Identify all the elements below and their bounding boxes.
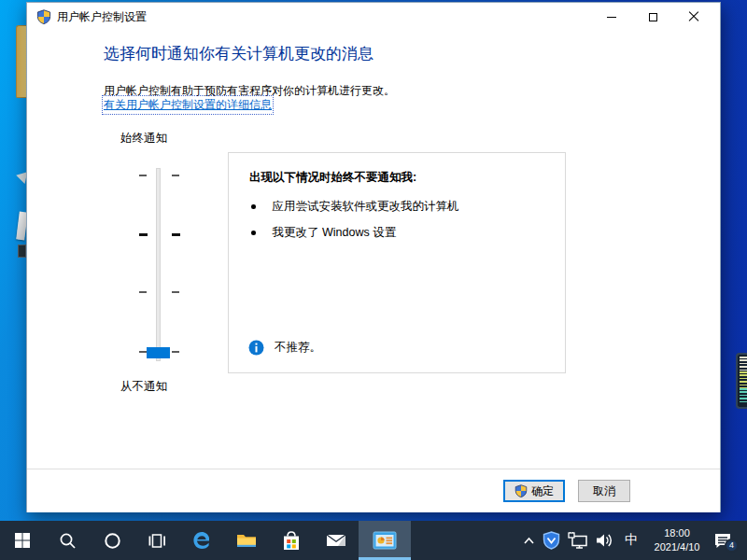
slider-tick [139,291,147,293]
edge-icon [191,530,212,551]
bullet-text: 我更改了 Windows 设置 [273,225,397,241]
search-icon [59,532,77,550]
slider-tick [139,233,148,236]
show-hidden-icons-button[interactable] [523,536,535,546]
cancel-label: 取消 [593,483,615,499]
start-button[interactable] [0,521,45,560]
slider-tick [172,175,179,176]
footer: 确定 取消 [27,469,720,512]
task-view-icon [148,532,166,550]
gadget-stripes [740,371,747,388]
uac-details-link[interactable]: 有关用户帐户控制设置的详细信息 [104,97,272,113]
tray-date: 2021/4/10 [648,540,706,554]
recommendation-note: 不推荐。 [248,340,321,356]
cortana-button[interactable] [90,521,134,560]
slider-top-label: 始终通知 [120,131,167,147]
cortana-icon [104,532,121,550]
panel-bullet-item: 应用尝试安装软件或更改我的计算机 [251,199,459,215]
security-shield-icon [543,531,560,550]
desktop: 用户帐户控制设置 选择何时通知你有关计算机更改的消息 用户帐户控制有助于预防有害… [0,0,747,560]
gadget-stripes [740,388,747,403]
slider-tick [172,351,179,353]
control-panel-window-icon [373,531,397,550]
panel-bullet-item: 我更改了 Windows 设置 [251,225,396,241]
cancel-button[interactable]: 取消 [578,480,630,502]
ok-button[interactable]: 确定 [503,480,565,502]
chevron-up-icon [523,536,535,546]
search-button[interactable] [45,521,90,560]
edge-button[interactable] [179,521,224,560]
system-tray: 中 18:00 2021/4/10 4 [523,521,747,560]
desktop-icon-partial-3[interactable] [18,245,26,258]
minimize-button[interactable] [591,3,632,31]
info-icon [248,340,264,356]
mail-button[interactable] [314,521,359,560]
uac-shield-icon [514,484,528,497]
slider-tick [139,351,147,353]
volume-tray-button[interactable] [596,532,614,549]
ime-indicator[interactable]: 中 [622,532,641,549]
hardware-monitor-gadget[interactable] [736,353,747,409]
uac-level-slider-track[interactable] [156,168,161,361]
uac-level-slider-thumb[interactable] [147,347,170,358]
volume-icon [596,532,614,549]
bullet-icon [251,231,256,235]
task-view-button[interactable] [134,521,179,560]
bullet-text: 应用尝试安装软件或更改我的计算机 [273,199,459,215]
notification-detail-panel: 出现以下情况时始终不要通知我: 应用尝试安装软件或更改我的计算机 我更改了 Wi… [228,152,566,373]
gadget-stripes [740,357,747,371]
ok-label: 确定 [531,483,554,499]
uac-shield-icon [36,9,51,27]
security-tray-button[interactable] [543,531,560,550]
tray-time: 18:00 [648,526,706,540]
note-text: 不推荐。 [275,340,321,356]
window-title: 用户帐户控制设置 [57,3,147,31]
maximize-button[interactable] [632,3,673,31]
uac-settings-window-button[interactable] [359,521,411,560]
notification-count-badge: 4 [725,539,739,553]
slider-bottom-label: 从不通知 [120,379,167,395]
network-tray-button[interactable] [568,532,588,549]
panel-title: 出现以下情况时始终不要通知我: [249,170,416,186]
page-title: 选择何时通知你有关计算机更改的消息 [104,43,374,64]
windows-logo-icon [14,532,31,549]
uac-settings-window: 用户帐户控制设置 选择何时通知你有关计算机更改的消息 用户帐户控制有助于预防有害… [26,2,721,512]
close-button[interactable] [673,3,714,31]
folder-icon [236,531,257,550]
clock[interactable]: 18:00 2021/4/10 [648,526,706,554]
slider-tick [139,175,147,176]
network-icon [568,532,588,549]
store-icon [282,531,301,551]
bullet-icon [251,204,256,209]
file-explorer-button[interactable] [224,521,269,560]
store-button[interactable] [269,521,314,560]
slider-tick [172,291,179,293]
action-center-button[interactable]: 4 [713,532,732,550]
taskbar: 中 18:00 2021/4/10 4 [0,521,747,560]
slider-tick [172,233,180,236]
titlebar[interactable]: 用户帐户控制设置 [27,3,720,31]
mail-icon [326,532,346,549]
